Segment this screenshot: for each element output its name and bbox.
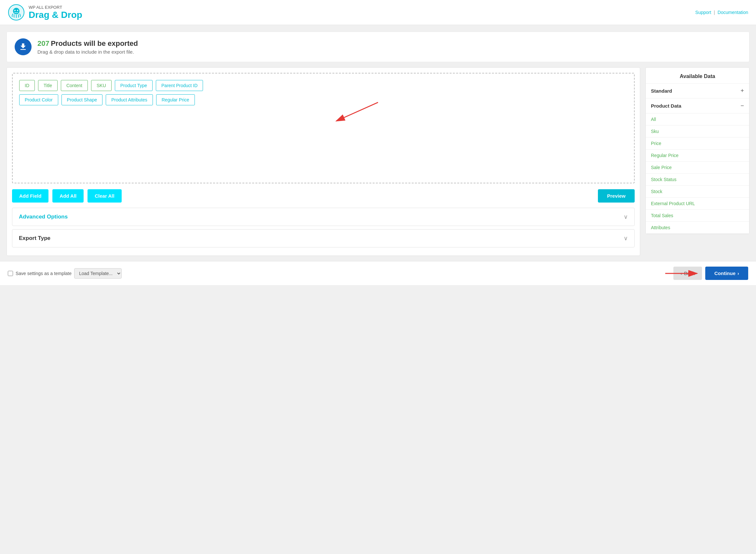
banner-icon bbox=[15, 38, 32, 55]
data-item-price[interactable]: Price bbox=[646, 137, 749, 150]
field-tag-parent-product-id[interactable]: Parent Product ID bbox=[156, 80, 203, 91]
banner-headline: 207 Products will be exported bbox=[37, 39, 138, 48]
advanced-options-toggle[interactable]: Advanced Options ∨ bbox=[12, 208, 634, 226]
export-count: 207 bbox=[37, 39, 49, 48]
available-data-title: Available Data bbox=[646, 68, 749, 84]
continue-chevron-icon: › bbox=[738, 271, 739, 276]
app-header: WP ALL EXPORT Drag & Drop Support | Docu… bbox=[0, 0, 756, 25]
export-type-toggle[interactable]: Export Type ∨ bbox=[12, 229, 634, 247]
save-template-area: Save settings as a template Load Templat… bbox=[8, 268, 122, 279]
export-type-label: Export Type bbox=[19, 235, 50, 241]
drop-zone[interactable]: ID Title Content SKU Product Type Parent… bbox=[12, 73, 635, 183]
continue-area: Continue › bbox=[705, 267, 748, 280]
advanced-options-section: Advanced Options ∨ bbox=[12, 208, 635, 226]
svg-point-3 bbox=[17, 10, 18, 11]
advanced-options-chevron-icon: ∨ bbox=[623, 213, 628, 220]
field-tag-content[interactable]: Content bbox=[61, 80, 88, 91]
app-logo-icon bbox=[8, 4, 25, 21]
data-item-total-sales[interactable]: Total Sales bbox=[646, 210, 749, 222]
svg-point-2 bbox=[14, 10, 16, 11]
data-item-regular-price[interactable]: Regular Price bbox=[646, 150, 749, 162]
logo-area: WP ALL EXPORT Drag & Drop bbox=[8, 4, 82, 21]
main-layout: ID Title Content SKU Product Type Parent… bbox=[6, 67, 750, 256]
continue-button[interactable]: Continue › bbox=[705, 267, 748, 280]
back-button[interactable]: ‹ Back bbox=[673, 267, 702, 280]
app-name: WP ALL EXPORT bbox=[29, 5, 82, 10]
link-separator: | bbox=[714, 10, 715, 15]
add-field-button[interactable]: Add Field bbox=[12, 189, 48, 203]
data-item-stock-status[interactable]: Stock Status bbox=[646, 174, 749, 186]
load-template-select[interactable]: Load Template... bbox=[74, 268, 122, 279]
standard-section-label: Standard bbox=[651, 88, 672, 94]
field-tag-product-attributes[interactable]: Product Attributes bbox=[106, 94, 153, 105]
documentation-link[interactable]: Documentation bbox=[718, 10, 748, 15]
clear-all-button[interactable]: Clear All bbox=[88, 189, 121, 203]
data-item-stock[interactable]: Stock bbox=[646, 186, 749, 198]
left-panel: ID Title Content SKU Product Type Parent… bbox=[6, 67, 640, 256]
export-banner: 207 Products will be exported Drag & dro… bbox=[6, 32, 750, 62]
header-links: Support | Documentation bbox=[695, 10, 748, 15]
field-tag-id[interactable]: ID bbox=[19, 80, 35, 91]
save-template-checkbox[interactable] bbox=[8, 271, 13, 276]
field-tag-product-shape[interactable]: Product Shape bbox=[61, 94, 103, 105]
field-tag-product-type[interactable]: Product Type bbox=[115, 80, 153, 91]
action-buttons: Add Field Add All Clear All Preview bbox=[12, 189, 635, 203]
product-data-section-header[interactable]: Product Data − bbox=[646, 99, 749, 113]
add-all-button[interactable]: Add All bbox=[52, 189, 84, 203]
svg-point-1 bbox=[13, 8, 19, 14]
advanced-options-label: Advanced Options bbox=[19, 214, 68, 220]
export-type-section: Export Type ∨ bbox=[12, 229, 635, 247]
product-data-section-label: Product Data bbox=[651, 103, 681, 109]
field-row-2: Product Color Product Shape Product Attr… bbox=[19, 94, 627, 105]
data-item-sale-price[interactable]: Sale Price bbox=[646, 162, 749, 174]
support-link[interactable]: Support bbox=[695, 10, 711, 15]
banner-title: Products will be exported bbox=[51, 39, 138, 48]
data-item-external-product-url[interactable]: External Product URL bbox=[646, 198, 749, 210]
standard-section-toggle-icon[interactable]: + bbox=[740, 88, 744, 94]
data-item-attributes[interactable]: Attributes bbox=[646, 222, 749, 234]
export-type-chevron-icon: ∨ bbox=[623, 235, 628, 242]
logo-text: WP ALL EXPORT Drag & Drop bbox=[29, 5, 82, 20]
continue-label: Continue bbox=[714, 271, 736, 276]
field-tag-sku[interactable]: SKU bbox=[91, 80, 112, 91]
download-icon bbox=[18, 42, 28, 51]
preview-button[interactable]: Preview bbox=[598, 189, 635, 203]
data-item-all[interactable]: All bbox=[646, 113, 749, 125]
field-row-1: ID Title Content SKU Product Type Parent… bbox=[19, 80, 627, 91]
footer-bar: Save settings as a template Load Templat… bbox=[0, 261, 756, 285]
right-panel: Available Data Standard + Product Data −… bbox=[645, 67, 750, 234]
banner-subtitle: Drag & drop data to include in the expor… bbox=[37, 49, 138, 55]
field-tag-product-color[interactable]: Product Color bbox=[19, 94, 58, 105]
app-title: Drag & Drop bbox=[29, 10, 82, 20]
banner-text: 207 Products will be exported Drag & dro… bbox=[37, 39, 138, 55]
save-template-label: Save settings as a template bbox=[16, 271, 71, 276]
field-tag-title[interactable]: Title bbox=[38, 80, 58, 91]
back-chevron-icon: ‹ bbox=[681, 271, 682, 276]
field-tag-regular-price[interactable]: Regular Price bbox=[156, 94, 195, 105]
product-data-section-toggle-icon[interactable]: − bbox=[740, 102, 744, 109]
data-item-sku[interactable]: Sku bbox=[646, 125, 749, 137]
back-label: Back bbox=[684, 271, 695, 276]
standard-section-header[interactable]: Standard + bbox=[646, 84, 749, 99]
footer-navigation: ‹ Back Continue › bbox=[673, 267, 748, 280]
